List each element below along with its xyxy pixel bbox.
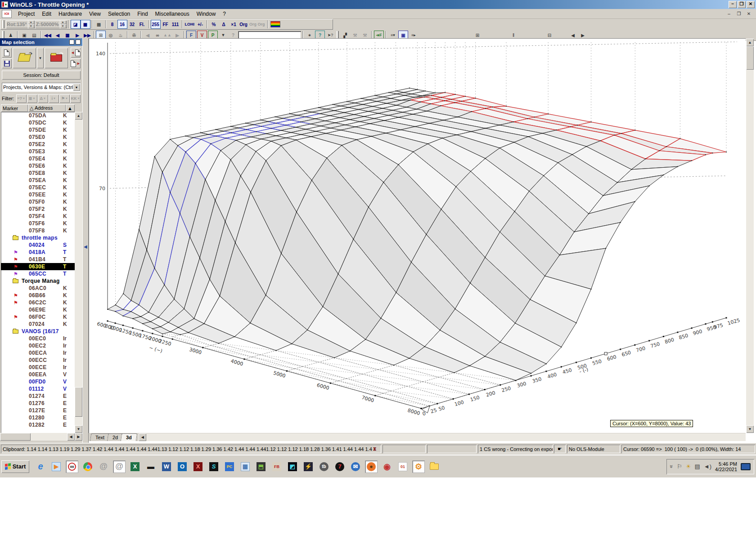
table-row[interactable]: 075E0K bbox=[1, 134, 75, 141]
table-row[interactable]: 04024S bbox=[1, 241, 75, 249]
map-list-vertical-scrollbar[interactable]: ▲ ▼ bbox=[75, 112, 82, 433]
table-row[interactable]: 075EAK bbox=[1, 177, 75, 184]
signed-button[interactable]: +/- bbox=[195, 20, 205, 29]
taskbar-thunderbird-icon[interactable]: ✉ bbox=[350, 461, 361, 473]
mdi-restore-button[interactable]: ❐ bbox=[735, 11, 742, 17]
table-row[interactable]: 0127EE bbox=[1, 407, 75, 414]
tab-3d[interactable]: 3d bbox=[121, 433, 137, 441]
table-row[interactable]: 075E2K bbox=[1, 141, 75, 148]
table-row[interactable]: 00ECAIr bbox=[1, 349, 75, 357]
mdi-minimize-button[interactable]: – bbox=[725, 11, 733, 17]
difference-button[interactable]: Δ bbox=[219, 20, 229, 29]
menu-find[interactable]: Find bbox=[134, 9, 151, 18]
zoom-stepper-up-icon[interactable]: ▲ bbox=[60, 20, 66, 24]
table-row[interactable]: 00ECCIr bbox=[1, 357, 75, 364]
tray-flag-icon[interactable]: ⚐ bbox=[677, 463, 682, 470]
menu-window[interactable]: Window bbox=[193, 9, 220, 18]
open-project-button[interactable]: ↷ bbox=[13, 48, 36, 68]
map-panel-close-button[interactable] bbox=[76, 40, 81, 45]
table-row[interactable]: 075E8K bbox=[1, 169, 75, 177]
table-row[interactable]: ⚑06B66K bbox=[1, 292, 75, 299]
combobox-dropdown-icon[interactable]: ▼ bbox=[73, 84, 80, 91]
table-row[interactable]: 00EEAV bbox=[1, 371, 75, 378]
session-button[interactable]: Session: Default bbox=[2, 71, 81, 80]
collapse-panel-icon[interactable]: ◀ bbox=[84, 244, 87, 249]
width-32bit-button[interactable]: 32 bbox=[127, 20, 137, 29]
taskbar-car-tuner-icon[interactable]: ⚡ bbox=[302, 461, 314, 473]
menu-project[interactable]: Project bbox=[14, 9, 38, 18]
table-row[interactable]: 06E9EK bbox=[1, 306, 75, 313]
taskbar-winols-road-icon[interactable]: ∞ bbox=[66, 461, 78, 473]
tray-volume-icon[interactable]: ◄) bbox=[704, 463, 711, 470]
table-row[interactable]: ⚑0418AT bbox=[1, 249, 75, 256]
table-row[interactable]: 075F2K bbox=[1, 205, 75, 213]
compare-original-button[interactable]: Org Org bbox=[248, 20, 266, 29]
scroll-down-icon[interactable]: ▼ bbox=[746, 425, 754, 433]
scroll-down-icon[interactable]: ▼ bbox=[75, 425, 82, 433]
export-map-button[interactable]: ► bbox=[71, 58, 81, 68]
restore-button[interactable]: ❐ bbox=[738, 1, 746, 8]
taskbar-explorer-icon[interactable] bbox=[428, 461, 440, 473]
taskbar-outlook-icon[interactable]: O bbox=[176, 461, 188, 473]
taskbar-evc2-icon[interactable]: @ bbox=[113, 461, 125, 473]
hdr-marker[interactable]: Marker bbox=[1, 104, 28, 112]
menu-view[interactable]: View bbox=[86, 9, 104, 18]
hdr-sort[interactable]: ▲ bbox=[66, 104, 75, 112]
list-folder-row[interactable]: VANOS (16/17 bbox=[1, 328, 75, 335]
filter-button-0[interactable]: =?▼ bbox=[16, 94, 27, 103]
scrollbar-thumb[interactable] bbox=[75, 387, 82, 417]
scrollbar-thumb[interactable] bbox=[0, 433, 31, 441]
scroll-up-icon[interactable]: ▲ bbox=[75, 112, 82, 120]
list-folder-row[interactable]: throttle maps bbox=[1, 234, 75, 241]
table-row[interactable]: 01280E bbox=[1, 414, 75, 421]
list-folder-row[interactable]: Torque Manag bbox=[1, 277, 75, 285]
filter-button-5[interactable]: KK▼ bbox=[70, 94, 81, 103]
taskbar-xee-icon[interactable]: X bbox=[192, 461, 204, 473]
table-row[interactable]: 075E4K bbox=[1, 155, 75, 162]
panel-splitter[interactable]: ◀ bbox=[82, 38, 89, 443]
open-project-dropdown[interactable]: ▼ bbox=[37, 48, 44, 68]
table-row[interactable]: 075F8K bbox=[1, 227, 75, 234]
table-row[interactable]: 00ECEIr bbox=[1, 364, 75, 371]
factor-button[interactable]: ×1 bbox=[229, 20, 238, 29]
original-button[interactable]: Org bbox=[238, 20, 248, 29]
display-hex-button[interactable]: FF bbox=[161, 20, 171, 29]
scroll-left-icon[interactable]: ◀ bbox=[139, 433, 146, 441]
taskbar-evc-icon[interactable]: @ bbox=[98, 461, 109, 473]
table-row[interactable]: 075ECK bbox=[1, 184, 75, 191]
minimize-button[interactable]: – bbox=[729, 1, 737, 8]
taskbar-signature-icon[interactable]: S bbox=[208, 461, 220, 473]
zoom-stepper[interactable]: Z:50000%▲▼ bbox=[35, 20, 67, 28]
taskbar-wrench-icon[interactable]: ⚙ bbox=[413, 461, 424, 473]
table-row[interactable]: ⚑0630ET bbox=[1, 263, 75, 270]
taskbar-media-player-icon[interactable]: ▶ bbox=[50, 461, 62, 473]
tray-chevron-icon[interactable]: » bbox=[668, 465, 675, 468]
tray-clock[interactable]: 5:46 PM 4/22/2021 bbox=[715, 461, 737, 472]
chart-horizontal-scrollbar[interactable]: ◀ bbox=[139, 433, 746, 441]
taskbar-ie-icon[interactable]: e bbox=[35, 461, 46, 473]
zoom-stepper-down-icon[interactable]: ▼ bbox=[60, 24, 66, 28]
table-row[interactable]: 00EC2Ir bbox=[1, 342, 75, 349]
table-row[interactable]: 075EEK bbox=[1, 191, 75, 198]
table-row[interactable]: 075DAK bbox=[1, 112, 75, 119]
view-mode-combobox[interactable]: Projects, Versions & Maps: (Ctrl ▼ bbox=[2, 83, 81, 92]
table-row[interactable]: 07024K bbox=[1, 321, 75, 328]
import-project-button[interactable]: ↷ bbox=[45, 48, 68, 68]
table-row[interactable]: 00EC0Ir bbox=[1, 335, 75, 342]
rotation-stepper-down-icon[interactable]: ▼ bbox=[28, 24, 34, 28]
menu-selection[interactable]: Selection bbox=[104, 9, 134, 18]
tray-alert-icon[interactable]: ☀ bbox=[686, 463, 691, 470]
table-row[interactable]: 075F6K bbox=[1, 220, 75, 227]
taskbar-word-icon[interactable]: W bbox=[161, 461, 172, 473]
taskbar-tb-icon[interactable]: tb bbox=[318, 461, 330, 473]
mdi-close-button[interactable]: ✕ bbox=[745, 11, 752, 17]
map-list-horizontal-scrollbar[interactable]: ◀ ▶ bbox=[0, 433, 82, 441]
display-binary-button[interactable]: 111 bbox=[171, 20, 180, 29]
table-row[interactable]: 01282E bbox=[1, 421, 75, 428]
rotation-stepper-up-icon[interactable]: ▲ bbox=[28, 20, 34, 24]
taskbar-privacy-lock-icon[interactable]: ● bbox=[365, 461, 377, 473]
table-row[interactable]: 06AC0K bbox=[1, 285, 75, 292]
table-row[interactable]: ⚑06C2CK bbox=[1, 299, 75, 306]
scrollbar-thumb[interactable] bbox=[746, 46, 754, 70]
scroll-left-icon[interactable]: ◀ bbox=[67, 433, 75, 441]
